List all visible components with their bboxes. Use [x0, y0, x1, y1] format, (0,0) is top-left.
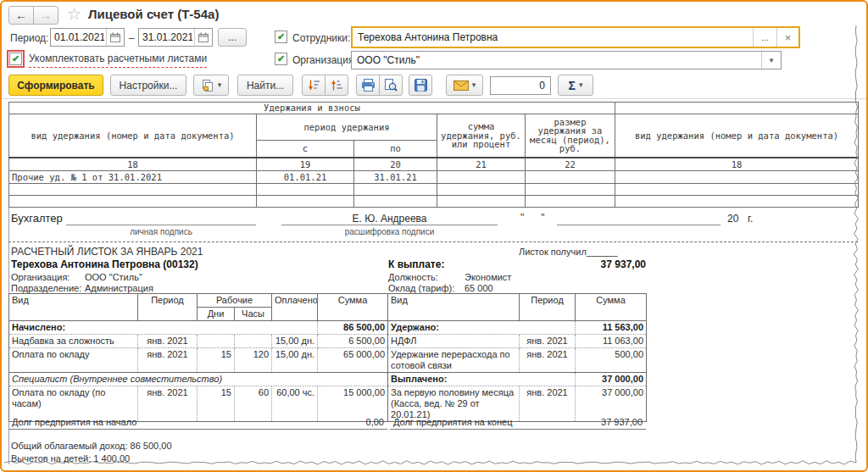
ps-col-period[interactable]: Период — [138, 294, 198, 321]
col-header-period[interactable]: период удержания — [257, 114, 437, 141]
include-payslips-label[interactable]: Укомплектовать расчетными листами — [29, 53, 207, 68]
taxable-income-note[interactable]: Общий облагаемый доход: 86 500,00 — [11, 441, 172, 451]
back-button[interactable]: ← — [8, 6, 34, 25]
position-label[interactable]: Должность: — [388, 272, 438, 282]
print-button[interactable] — [356, 75, 380, 96]
withholding-kind[interactable]: Удержание перерасхода по сотовой связи — [388, 348, 520, 373]
cell[interactable] — [526, 170, 615, 183]
ps-col-working[interactable]: Рабочие — [198, 294, 272, 308]
counter-input[interactable] — [491, 79, 550, 92]
withholding-sum[interactable]: 11 063,00 — [576, 335, 647, 348]
col-number[interactable]: 22 — [526, 158, 615, 171]
cell[interactable] — [615, 103, 859, 114]
dept-label[interactable]: Подразделение: — [11, 283, 81, 293]
accrual-hours[interactable] — [235, 335, 272, 348]
calendar-icon[interactable] — [106, 29, 124, 46]
cell[interactable] — [615, 195, 859, 207]
ps-col-sum[interactable]: Сумма — [318, 294, 388, 321]
withholding-kind[interactable]: НДФЛ — [388, 335, 520, 348]
org-label[interactable]: Организация: — [11, 272, 70, 282]
accrual-sum[interactable]: 65 000,00 — [318, 348, 388, 373]
col-header-to[interactable]: по — [354, 141, 437, 158]
include-payslips-checkbox[interactable]: ✔ — [9, 53, 22, 65]
accrual-days[interactable] — [198, 335, 235, 348]
to-pay-label[interactable]: К выплате: — [388, 258, 444, 270]
debt-end-row[interactable]: Долг предприятия на конец 37 937,00 — [390, 416, 646, 430]
accountant-label[interactable]: Бухгалтер — [11, 212, 63, 225]
payslip-received[interactable]: Листок получил______ — [519, 247, 618, 257]
paid-out-total[interactable]: 37 000,00 — [576, 373, 647, 386]
accrual-days[interactable]: 15 — [198, 348, 235, 373]
cell[interactable] — [526, 195, 615, 207]
accrual-kind[interactable]: Оплата по окладу — [9, 348, 138, 373]
employees-input[interactable]: Терехова Антонина Петровна — [353, 28, 753, 47]
find-button[interactable]: Найти... — [237, 75, 293, 96]
cell[interactable] — [437, 183, 526, 195]
accrual-sum[interactable]: 6 500,00 — [318, 335, 388, 348]
cell[interactable] — [257, 195, 354, 207]
withholding-to-cell[interactable]: 31.01.21 — [354, 170, 437, 183]
cell[interactable] — [437, 195, 526, 207]
col-number[interactable]: 19 — [257, 158, 354, 171]
ps-col-hours[interactable]: Часы — [235, 308, 272, 321]
sort-descending-button[interactable] — [302, 75, 326, 96]
ps-col-sum-right[interactable]: Сумма — [576, 294, 647, 321]
cell[interactable] — [526, 183, 615, 195]
forward-button[interactable]: → — [33, 6, 58, 25]
withheld-total[interactable]: 11 563,00 — [576, 321, 647, 335]
child-deduction-note[interactable]: Вычетов на детей: 1 400,00 — [11, 453, 130, 464]
salary-value[interactable]: 65 000 — [465, 283, 493, 293]
employees-checkbox[interactable]: ✔ — [275, 31, 287, 43]
chevron-down-icon[interactable]: ▾ — [761, 52, 781, 69]
period-to-input[interactable] — [139, 31, 194, 44]
sort-ascending-button[interactable] — [325, 75, 348, 96]
withholding-period[interactable]: янв. 2021 — [520, 348, 576, 373]
accrued-label[interactable]: Начислено: — [9, 321, 318, 335]
to-pay-value[interactable]: 37 937,00 — [544, 258, 646, 270]
accrual-hours[interactable]: 120 — [235, 348, 272, 373]
withholding-from-cell[interactable]: 01.01.21 — [257, 170, 354, 183]
cell[interactable] — [354, 195, 437, 207]
withholding-period[interactable]: янв. 2021 — [520, 335, 576, 348]
col-header-kind[interactable]: вид удержания (номер и дата документа) — [9, 114, 257, 158]
sum-button[interactable]: Σ ▾ — [558, 75, 593, 96]
payslip-employee[interactable]: Терехова Антонина Петровна (00132) — [11, 258, 198, 270]
save-button[interactable] — [409, 75, 432, 96]
withholdings-group-header[interactable]: Удержания и взносы — [9, 103, 615, 114]
accrual-period[interactable]: янв. 2021 — [138, 335, 198, 348]
ps-col-kind-right[interactable]: Вид — [388, 294, 520, 321]
organization-checkbox[interactable]: ✔ — [275, 53, 287, 65]
period-more-button[interactable]: ... — [218, 28, 247, 47]
print-preview-button[interactable] — [379, 75, 403, 96]
ps-col-paid[interactable]: Оплачено — [272, 294, 318, 321]
ps-col-period-right[interactable]: Период — [520, 294, 576, 321]
payslip-title[interactable]: РАСЧЕТНЫЙ ЛИСТОК ЗА ЯНВАРЬ 2021 — [11, 246, 203, 258]
col-header-from[interactable]: с — [257, 141, 354, 158]
col-number[interactable]: 20 — [354, 158, 437, 171]
accrual-period[interactable]: янв. 2021 — [138, 348, 198, 373]
cell[interactable] — [9, 183, 257, 195]
withholding-kind-cell[interactable]: Прочие уд. № 1 от 31.01.2021 — [9, 170, 257, 183]
accountant-name[interactable]: Е. Ю. Андреева — [281, 213, 498, 225]
cell[interactable] — [354, 183, 437, 195]
dept-value[interactable]: Администрация — [85, 283, 153, 293]
debt-start-row[interactable]: Долг предприятия на начало 0,00 — [8, 416, 387, 430]
settings-button[interactable]: Настройки... — [110, 75, 186, 96]
cell[interactable] — [615, 170, 859, 183]
withholding-sum[interactable]: 500,00 — [576, 348, 647, 373]
ps-col-days[interactable]: Дни — [198, 308, 235, 321]
accrual-kind[interactable]: Надбавка за сложность — [9, 335, 138, 348]
col-header-kind2[interactable]: вид удержания (номер и дата документа) — [615, 114, 859, 158]
section-label[interactable]: Специалист (Внутреннее совместительство) — [9, 373, 388, 386]
accrual-paid[interactable]: 15,00 дн. — [272, 335, 318, 348]
favorite-star-icon[interactable]: ☆ — [67, 4, 81, 24]
accrued-total[interactable]: 86 500,00 — [318, 321, 388, 335]
cell[interactable] — [9, 195, 257, 207]
cell[interactable] — [615, 183, 859, 195]
employees-select-button[interactable]: ... — [753, 28, 776, 47]
calendar-icon[interactable] — [194, 29, 212, 46]
organization-combo[interactable]: ООО "Стиль" ▾ — [351, 51, 782, 69]
withheld-label[interactable]: Удержано: — [388, 321, 576, 335]
salary-label[interactable]: Оклад (тариф): — [388, 283, 454, 293]
col-header-monthly[interactable]: размер удержания за месяц (период), руб. — [526, 114, 615, 158]
